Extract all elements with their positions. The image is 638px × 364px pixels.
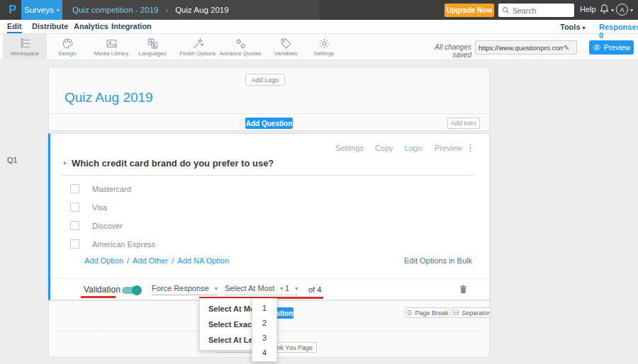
option-add-links: Add Option / Add Other / Add NA Option bbox=[84, 256, 229, 265]
question-actions: Settings Copy Logic Preview bbox=[335, 144, 462, 152]
add-na-option-link[interactable]: Add NA Option bbox=[177, 256, 229, 265]
toolbar-media-library[interactable]: Media Library bbox=[89, 34, 133, 60]
question-text[interactable]: Which credit card brand do you prefer to… bbox=[72, 158, 274, 169]
validation-label: Validation bbox=[84, 285, 121, 295]
select-rule-open-dropdown: Select At Most Select Exactly Select At … bbox=[199, 298, 257, 351]
add-logo-button[interactable]: Add Logo bbox=[245, 74, 285, 86]
toolbar-advance-quotas[interactable]: Advance Quotas bbox=[218, 34, 262, 60]
gear-icon bbox=[318, 38, 330, 50]
delete-question-trash-icon[interactable] bbox=[459, 284, 468, 297]
upgrade-now-button[interactable]: Upgrade Now bbox=[444, 4, 494, 17]
question-copy-link[interactable]: Copy bbox=[375, 144, 393, 152]
search-icon bbox=[502, 6, 510, 14]
question-settings-link[interactable]: Settings bbox=[335, 144, 364, 152]
add-option-link[interactable]: Add Option bbox=[84, 256, 123, 265]
checkbox-icon[interactable] bbox=[70, 203, 79, 212]
checkbox-icon[interactable] bbox=[70, 239, 79, 249]
image-icon bbox=[106, 38, 118, 50]
survey-title[interactable]: Quiz Aug 2019 bbox=[65, 90, 153, 106]
breadcrumb-separator-icon: › bbox=[165, 6, 168, 14]
checkbox-icon[interactable] bbox=[70, 221, 79, 230]
bell-chevron-icon[interactable]: ▾ bbox=[611, 7, 614, 13]
chevron-down-icon: ▾ bbox=[295, 285, 298, 292]
checkbox-icon[interactable] bbox=[70, 184, 79, 193]
toolbar-finish-options[interactable]: Finish Options bbox=[176, 34, 220, 60]
select-rule-dropdown[interactable]: Select At Most ▾ bbox=[225, 284, 283, 295]
survey-url-input[interactable] bbox=[478, 44, 564, 52]
palette-icon bbox=[62, 38, 74, 50]
edit-options-in-bulk-link[interactable]: Edit Options in Bulk bbox=[404, 256, 472, 265]
toolbar-design[interactable]: Design bbox=[45, 34, 89, 60]
question-number: Q1 bbox=[7, 156, 18, 164]
option-row-american-express[interactable]: American Express bbox=[70, 239, 155, 249]
global-search[interactable] bbox=[498, 4, 574, 17]
avatar[interactable]: A bbox=[616, 4, 628, 16]
chevron-down-icon: ▾ bbox=[280, 285, 283, 292]
responses-count-link[interactable]: Responses: 0 bbox=[599, 23, 638, 40]
required-asterisk: * bbox=[63, 160, 67, 170]
annotation-underline-validation bbox=[81, 296, 116, 298]
question-kebab-menu-icon[interactable]: ⋮ bbox=[466, 142, 475, 153]
help-link[interactable]: Help bbox=[580, 5, 596, 13]
option-row-mastercard[interactable]: Mastercard bbox=[70, 184, 131, 193]
survey-nav: Edit Distribute Analytics Integration To… bbox=[0, 20, 638, 34]
select-count-dropdown[interactable]: 1 ▾ bbox=[285, 284, 298, 295]
tab-integration[interactable]: Integration bbox=[111, 22, 152, 30]
breadcrumb-parent[interactable]: Quiz competition - 2019 bbox=[72, 6, 158, 14]
chevron-down-icon: ▾ bbox=[215, 285, 218, 292]
dropdown-item-select-at-least[interactable]: Select At Least bbox=[200, 332, 257, 348]
chevron-down-icon: ▾ bbox=[57, 7, 60, 13]
toolbar-workspace[interactable]: Workspace bbox=[3, 34, 47, 60]
product-menu-surveys[interactable]: Surveys ▾ bbox=[21, 0, 62, 20]
tab-edit[interactable]: Edit bbox=[7, 22, 22, 33]
question-card: Settings Copy Logic Preview ⋮ * Which cr… bbox=[48, 133, 490, 300]
page-break-icon bbox=[406, 309, 413, 316]
link-separator: / bbox=[172, 256, 174, 265]
dropdown-item-1[interactable]: 1 bbox=[252, 300, 276, 315]
dropdown-item-select-exactly[interactable]: Select Exactly bbox=[200, 317, 257, 332]
translate-icon bbox=[147, 38, 159, 50]
option-row-visa[interactable]: Visa bbox=[70, 203, 107, 212]
dropdown-item-2[interactable]: 2 bbox=[252, 315, 276, 330]
quota-gears-icon bbox=[235, 38, 247, 50]
validation-toggle[interactable] bbox=[122, 287, 140, 294]
option-row-discover[interactable]: Discover bbox=[70, 221, 123, 230]
add-other-link[interactable]: Add Other bbox=[133, 256, 168, 265]
tag-icon bbox=[280, 38, 292, 50]
workspace-icon bbox=[19, 38, 31, 50]
tab-analytics[interactable]: Analytics bbox=[74, 22, 108, 30]
add-intro-button[interactable]: Add Intro bbox=[447, 118, 480, 129]
toolbar-languages[interactable]: Languages bbox=[130, 34, 174, 60]
link-separator: / bbox=[127, 256, 129, 265]
tools-menu[interactable]: Tools ▾ bbox=[560, 23, 586, 31]
divider bbox=[49, 113, 489, 114]
of-total-label: of 4 bbox=[308, 285, 321, 294]
page-break-button[interactable]: Page Break bbox=[405, 307, 450, 318]
separator-button[interactable]: Separator bbox=[452, 307, 491, 318]
preview-button[interactable]: Preview bbox=[589, 40, 634, 55]
top-bar: P Surveys ▾ Quiz competition - 2019 › Qu… bbox=[0, 0, 638, 20]
dropdown-item-4[interactable]: 4 bbox=[252, 345, 276, 360]
search-input[interactable] bbox=[513, 6, 569, 15]
toolbar-settings[interactable]: Settings bbox=[302, 34, 346, 60]
force-response-dropdown[interactable]: Force Response ▾ bbox=[152, 284, 218, 295]
edit-url-pencil-icon[interactable]: ✎ bbox=[564, 44, 569, 52]
tab-distribute[interactable]: Distribute bbox=[32, 22, 68, 30]
notifications-bell-icon[interactable] bbox=[599, 4, 610, 17]
chevron-down-icon: ▾ bbox=[583, 25, 586, 31]
divider bbox=[50, 278, 488, 279]
dropdown-item-select-at-most[interactable]: Select At Most bbox=[200, 301, 257, 317]
survey-url-field[interactable]: ✎ bbox=[475, 40, 577, 55]
survey-header-card: Add Logo Quiz Aug 2019 Add Question Add … bbox=[48, 67, 490, 131]
breadcrumb: Quiz competition - 2019 › Quiz Aug 2019 bbox=[62, 0, 319, 20]
avatar-chevron-icon[interactable]: ▾ bbox=[630, 7, 633, 13]
dropdown-item-3[interactable]: 3 bbox=[252, 330, 276, 345]
save-status: All changes saved bbox=[422, 43, 471, 59]
question-logic-link[interactable]: Logic bbox=[405, 144, 423, 152]
question-text-underline bbox=[62, 175, 474, 176]
separator-icon bbox=[453, 309, 459, 316]
add-question-button-top[interactable]: Add Question bbox=[245, 118, 293, 129]
toolbar-variables[interactable]: Variables bbox=[264, 34, 308, 60]
questionpro-logo-icon[interactable]: P bbox=[5, 3, 21, 17]
question-preview-link[interactable]: Preview bbox=[435, 144, 462, 152]
